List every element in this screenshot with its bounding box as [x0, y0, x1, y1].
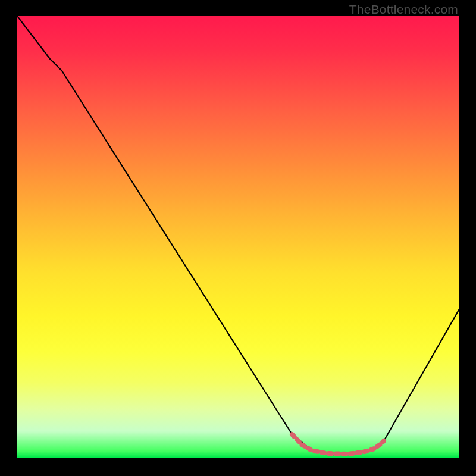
valley-highlight	[292, 434, 384, 454]
chart-frame: TheBottleneck.com	[0, 0, 476, 476]
chart-svg	[17, 16, 459, 458]
plot-area	[17, 16, 459, 458]
bottleneck-curve	[17, 16, 459, 454]
watermark-text: TheBottleneck.com	[349, 2, 458, 17]
